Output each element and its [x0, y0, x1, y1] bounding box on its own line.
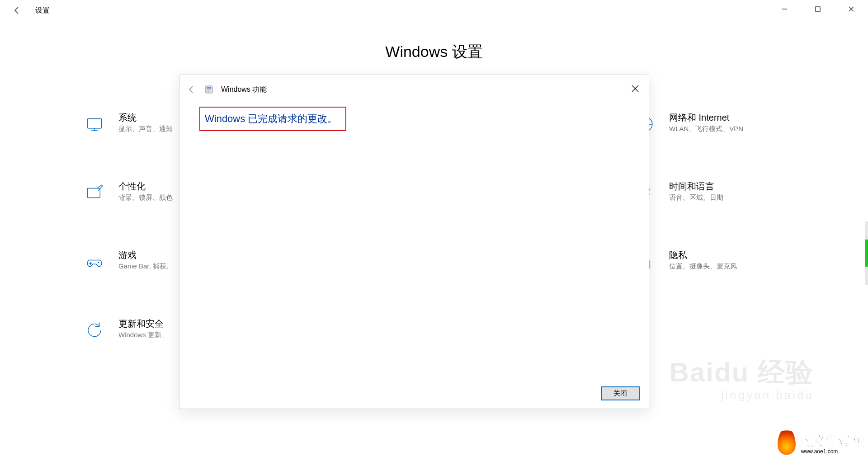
- page-title: Windows 设置: [0, 42, 868, 62]
- category-subtitle: 位置、摄像头、麦克风: [669, 262, 737, 271]
- category-time-language[interactable]: 字 时间和语言 语音、区域、日期: [633, 181, 814, 205]
- category-title: 时间和语言: [669, 181, 723, 192]
- titlebar: 设置: [0, 0, 868, 21]
- svg-point-10: [98, 262, 99, 263]
- category-privacy[interactable]: 隐私 位置、摄像头、麦克风: [633, 249, 814, 274]
- svg-rect-17: [207, 91, 210, 92]
- svg-rect-1: [816, 7, 820, 11]
- windows-features-dialog: Windows 功能 Windows 已完成请求的更改。 关闭: [179, 75, 649, 409]
- category-title: 隐私: [669, 249, 737, 260]
- windows-features-icon: [204, 85, 214, 94]
- category-title: 游戏: [118, 249, 168, 260]
- category-subtitle: WLAN、飞行模式、VPN: [669, 125, 743, 133]
- svg-rect-8: [87, 188, 100, 198]
- category-subtitle: Game Bar, 捕获,: [118, 262, 168, 271]
- back-icon[interactable]: [10, 4, 24, 17]
- watermark-baidu-sub: jingyan.baidu: [670, 388, 814, 402]
- category-title: 系统: [118, 112, 173, 123]
- dialog-close-icon[interactable]: [626, 80, 644, 98]
- maximize-button[interactable]: [801, 0, 835, 18]
- svg-rect-15: [207, 87, 211, 89]
- category-subtitle: 显示、声音、通知: [118, 125, 173, 133]
- watermark-aoe-sub: www.aoe1.com: [798, 448, 840, 455]
- category-title: 个性化: [118, 181, 173, 192]
- dialog-footer: 关闭: [601, 386, 640, 400]
- gaming-icon: [82, 249, 107, 274]
- category-title: 更新和安全: [118, 318, 168, 329]
- category-title: 网络和 Internet: [669, 112, 743, 123]
- watermark-baidu-main: Baidu 经验: [670, 357, 814, 387]
- dialog-header: Windows 功能: [179, 75, 649, 95]
- dialog-close-button[interactable]: 关闭: [601, 386, 640, 400]
- dialog-back-icon[interactable]: [186, 84, 197, 95]
- category-subtitle: 背景、锁屏、颜色: [118, 193, 173, 202]
- update-icon: [82, 318, 107, 343]
- svg-rect-16: [207, 89, 211, 90]
- window-title: 设置: [35, 6, 50, 15]
- watermark-aoe-main: 奥义游戏网: [798, 435, 862, 447]
- dialog-message: Windows 已完成请求的更改。: [205, 112, 337, 126]
- minimize-button[interactable]: [768, 0, 801, 18]
- dialog-title: Windows 功能: [221, 85, 267, 94]
- category-subtitle: 语音、区域、日期: [669, 193, 723, 202]
- system-icon: [82, 112, 107, 136]
- category-subtitle: Windows 更新、: [118, 331, 168, 339]
- window-controls: [768, 0, 868, 18]
- category-network[interactable]: 网络和 Internet WLAN、飞行模式、VPN: [633, 112, 814, 136]
- watermark-aoe: 奥义游戏网 www.aoe1.com: [778, 428, 862, 455]
- flame-icon: [778, 428, 796, 455]
- scroll-position-indicator[interactable]: [865, 240, 868, 267]
- close-button[interactable]: [835, 0, 868, 18]
- svg-rect-2: [87, 119, 102, 128]
- settings-window: 设置 Windows 设置 系统 显示、声音、通知: [0, 0, 868, 461]
- watermark-baidu: Baidu 经验 jingyan.baidu: [670, 354, 814, 402]
- dialog-message-highlight: Windows 已完成请求的更改。: [199, 107, 346, 131]
- personalization-icon: [82, 181, 107, 205]
